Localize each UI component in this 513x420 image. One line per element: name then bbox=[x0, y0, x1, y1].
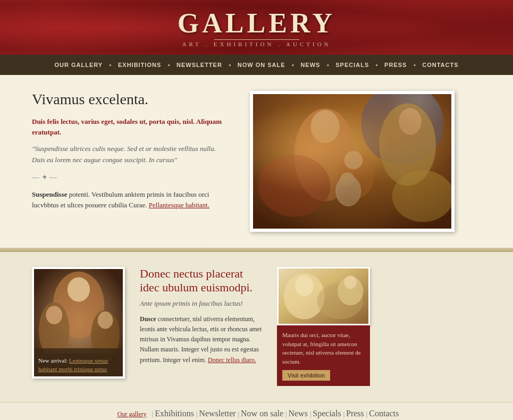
svg-point-2 bbox=[295, 108, 356, 201]
nav-items: OUR GALLERY ● EXHIBITIONS ● NEWSLETTER ●… bbox=[48, 62, 465, 68]
painting1-svg bbox=[253, 94, 451, 229]
nav-item-nowonsale[interactable]: NOW ON SALE bbox=[231, 62, 292, 68]
section2-middle: Donec nectus placerat idec ubulum euismo… bbox=[140, 267, 262, 365]
footer-link-contacts[interactable]: Contacts bbox=[369, 409, 399, 418]
nav-item-gallery[interactable]: OUR GALLERY bbox=[48, 62, 109, 68]
section2-link[interactable]: Donec tellus diaro. bbox=[208, 356, 256, 364]
section2-body: Dusce consectetuer, nisl utiverra elemen… bbox=[140, 314, 262, 365]
section-divider bbox=[0, 248, 513, 252]
visit-exhibition-button[interactable]: Visit exhibition bbox=[282, 370, 330, 381]
new-arrival-label: New arrival: bbox=[38, 357, 68, 364]
site-subtitle: ART . EXHIBITION . AUCTION bbox=[0, 41, 513, 47]
nav-item-press[interactable]: PRESS bbox=[378, 62, 413, 68]
logo: GALLERY ART . EXHIBITION . AUCTION bbox=[0, 10, 513, 47]
nav-item-contacts[interactable]: CONTACTS bbox=[416, 62, 465, 68]
svg-point-1 bbox=[361, 94, 443, 165]
painting3-svg bbox=[279, 268, 368, 324]
svg-point-6 bbox=[379, 104, 436, 186]
main-nav: OUR GALLERY ● EXHIBITIONS ● NEWSLETTER ●… bbox=[0, 55, 513, 75]
svg-point-16 bbox=[46, 306, 62, 324]
painting3-caption-box: Mauris dui orci, auctor vitae, volutpat … bbox=[277, 325, 370, 386]
footer-link-gallery[interactable]: Our gallery bbox=[117, 410, 147, 418]
section1-image bbox=[250, 91, 455, 232]
section2: New arrival: Lentesque setsur habitant m… bbox=[0, 252, 513, 402]
svg-rect-0 bbox=[253, 94, 451, 229]
painting2-caption: New arrival: Lentesque setsur habitant m… bbox=[34, 354, 123, 376]
footer-links: Our gallery | Exhibitions | Newsletter |… bbox=[0, 402, 513, 420]
footer-link-nowonsale[interactable]: Now on sale bbox=[241, 409, 283, 418]
svg-point-11 bbox=[392, 170, 451, 222]
footer-link-specials[interactable]: Specials bbox=[313, 409, 341, 418]
footer-link-press[interactable]: Press bbox=[346, 409, 364, 418]
section1-link[interactable]: Pellantesque habitant. bbox=[149, 201, 209, 209]
svg-point-25 bbox=[344, 275, 357, 289]
svg-point-22 bbox=[295, 275, 314, 296]
header-line bbox=[214, 39, 299, 40]
section2-ante: Ante ipsum primis in faucibus luctus! bbox=[140, 299, 262, 308]
footer-link-exhibitions[interactable]: Exhibitions bbox=[155, 409, 194, 418]
site-title: GALLERY bbox=[0, 10, 513, 37]
site-header: GALLERY ART . EXHIBITION . AUCTION bbox=[0, 0, 513, 55]
section2-body-bold: Dusce bbox=[140, 315, 156, 323]
svg-point-3 bbox=[311, 110, 340, 143]
section1-body-bold: Suspendisse bbox=[32, 190, 67, 198]
nav-item-exhibitions[interactable]: EXHIBITIONS bbox=[112, 62, 167, 68]
painting3-wrapper bbox=[277, 267, 370, 325]
footer-link-news[interactable]: News bbox=[288, 409, 307, 418]
svg-point-7 bbox=[399, 108, 422, 135]
svg-point-4 bbox=[338, 153, 374, 199]
section1-divider bbox=[32, 172, 128, 183]
svg-point-5 bbox=[344, 151, 363, 170]
nav-item-newsletter[interactable]: NEWSLETTER bbox=[170, 62, 229, 68]
section1-body: Suspendisse potenti. Vestibulum anktem p… bbox=[32, 189, 229, 212]
section2-heading: Donec nectus placerat idec ubulum euismo… bbox=[140, 267, 262, 295]
nav-item-news[interactable]: NEWS bbox=[294, 62, 326, 68]
main-content: Vivamus excelenta. Duis felis lectus, va… bbox=[0, 75, 513, 402]
svg-point-10 bbox=[258, 155, 331, 216]
painting3-caption-text: Mauris dui orci, auctor vitae, volutpat … bbox=[282, 331, 365, 366]
painting2-wrapper: New arrival: Lentesque setsur habitant m… bbox=[32, 267, 125, 379]
svg-point-8 bbox=[335, 175, 361, 206]
section1-heading: Vivamus excelenta. bbox=[32, 91, 229, 108]
footer-link-newsletter[interactable]: Newsletter bbox=[199, 409, 236, 418]
section2-right: Mauris dui orci, auctor vitae, volutpat … bbox=[277, 267, 370, 386]
svg-point-14 bbox=[68, 277, 90, 301]
section1-intro: Duis felis lectus, varius eget, sodales … bbox=[32, 116, 229, 137]
section1-quote: "Suspendisse ultrices culis neque. Sed e… bbox=[32, 144, 229, 166]
nav-item-specials[interactable]: SPECIALS bbox=[329, 62, 375, 68]
section1-text: Vivamus excelenta. Duis felis lectus, va… bbox=[32, 91, 229, 211]
section2-left: New arrival: Lentesque setsur habitant m… bbox=[32, 267, 125, 379]
painting1 bbox=[253, 94, 451, 229]
section1: Vivamus excelenta. Duis felis lectus, va… bbox=[0, 75, 513, 248]
svg-point-18 bbox=[98, 312, 113, 329]
svg-point-9 bbox=[340, 172, 355, 187]
